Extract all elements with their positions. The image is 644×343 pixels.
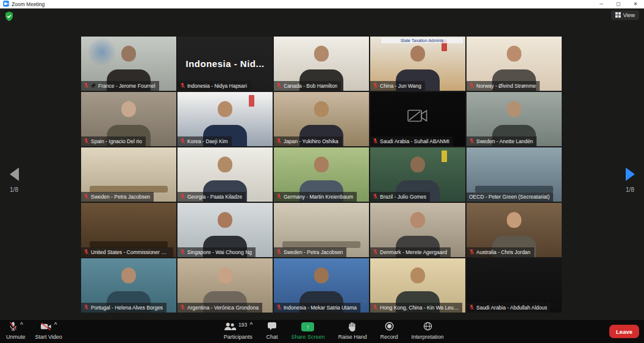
participant-name: Georgia - Paata Kiladze <box>187 194 242 200</box>
zoom-app-icon <box>3 1 9 8</box>
video-options-chevron[interactable]: ^ <box>54 322 57 327</box>
record-button[interactable]: Record <box>381 322 398 340</box>
participant-name-label: Brazil - Julio Gomes <box>370 192 430 202</box>
unmute-button[interactable]: ^ Unmute <box>6 322 26 340</box>
unmute-label: Unmute <box>6 334 26 340</box>
participant-name-label: Japan - Yukihiro Oshika <box>274 136 342 146</box>
participant-tile[interactable]: Saudi Arabia - Suhail ABANMI <box>370 92 465 146</box>
participant-tile[interactable]: Indonesia - Nid...Indonesia - Nidya Haps… <box>177 37 273 91</box>
person-head <box>314 157 329 172</box>
participant-tile[interactable]: Indonesia - Mekar Satria Utama <box>274 258 369 313</box>
share-screen-button[interactable]: ↑ Share Screen <box>291 322 324 340</box>
participant-name-label: OECD - Peter Green (Secreatariat) <box>467 193 553 202</box>
start-video-label: Start Video <box>35 334 62 340</box>
zoom-window: Zoom Meeting ─ ▢ ✕ View France - Jerome … <box>0 0 644 343</box>
person-head <box>410 46 425 62</box>
participant-tile[interactable]: Georgia - Paata Kiladze <box>177 147 273 202</box>
close-button[interactable]: ✕ <box>627 0 644 9</box>
leave-button[interactable]: Leave <box>609 325 639 338</box>
participant-tile[interactable]: Norway - Øivind Strømme <box>467 37 562 91</box>
participant-name-label: China - Jun Wang <box>370 81 425 91</box>
participant-tile[interactable]: Denmark - Merete Agergaard <box>370 203 465 257</box>
person-head <box>314 101 329 117</box>
participant-tile[interactable]: Canada - Bob Hamilton <box>274 37 369 91</box>
next-page-arrow-icon[interactable] <box>626 168 635 181</box>
minimize-button[interactable]: ─ <box>593 0 610 9</box>
unmute-options-chevron[interactable]: ^ <box>20 322 23 327</box>
participant-tile[interactable]: France - Jerome Fournel <box>81 37 176 91</box>
muted-mic-icon <box>469 138 474 144</box>
participant-name: Saudi Arabia - Suhail ABANMI <box>380 138 449 144</box>
participants-icon <box>223 322 236 332</box>
title-bar: Zoom Meeting ─ ▢ ✕ <box>0 0 644 9</box>
participant-name-label: France - Jerome Fournel <box>81 81 159 91</box>
person-head <box>410 212 425 228</box>
participant-tile[interactable]: OECD - Peter Green (Secreatariat) <box>467 147 562 202</box>
muted-mic-icon <box>180 193 185 200</box>
participant-tile[interactable]: Germany - Martin Kreienbaum <box>274 147 369 202</box>
conference-table <box>475 186 553 193</box>
participant-name: Sweden - Petra Jacobsen <box>284 249 343 255</box>
participant-tile[interactable]: United States - Commissioner Rett... <box>81 203 176 257</box>
muted-mic-icon <box>373 82 378 89</box>
participant-tile[interactable]: Japan - Yukihiro Oshika <box>274 92 369 146</box>
participant-name: Norway - Øivind Strømme <box>476 83 536 89</box>
participant-name-label: Singapore - Wai Choong Ng <box>177 247 256 257</box>
participant-tile[interactable]: Spain - Ignacio Del rio <box>81 92 176 146</box>
participant-name: Portugal - Helena Alves Borges <box>91 305 163 311</box>
participant-tile[interactable]: Australia - Chris Jordan <box>467 203 562 257</box>
participant-tile[interactable]: Argentina - Verónica Grondona <box>177 258 273 313</box>
participant-name: Indonesia - Nidya Hapsari <box>187 83 247 89</box>
camera-off-icon <box>404 107 431 127</box>
chat-icon <box>267 322 277 332</box>
muted-mic-icon <box>373 249 378 255</box>
view-button[interactable]: View <box>611 10 639 20</box>
participants-options-chevron[interactable]: ^ <box>249 322 252 327</box>
participants-count: 193 <box>238 322 247 328</box>
interpretation-button[interactable]: Interpretation <box>412 322 444 340</box>
participant-tile[interactable]: Sweden - Anette Landén <box>467 92 562 146</box>
participant-name-label: Argentina - Verónica Grondona <box>177 303 262 313</box>
participant-name: Indonesia - Mekar Satria Utama <box>284 305 357 311</box>
background-art <box>86 38 118 66</box>
person-head <box>314 267 329 283</box>
muted-mic-icon <box>469 249 474 255</box>
raise-hand-button[interactable]: Raise Hand <box>338 322 367 340</box>
participant-name-label: Spain - Ignacio Del rio <box>81 136 146 146</box>
participant-name: Canada - Bob Hamilton <box>284 83 337 89</box>
toolbar: ^ Unmute ^ Start Video <box>0 320 644 343</box>
person-head <box>218 101 232 117</box>
participant-tile[interactable]: Hong Kong, China - Kin Wa Leung <box>370 258 465 313</box>
participant-name: Hong Kong, China - Kin Wa Leung <box>380 305 459 311</box>
person-head <box>218 267 232 283</box>
participant-name-label: Australia - Chris Jordan <box>467 247 534 257</box>
chat-button[interactable]: Chat <box>266 322 277 340</box>
start-video-button[interactable]: ^ Start Video <box>35 322 62 340</box>
person-head <box>507 212 521 228</box>
participant-tile[interactable]: Portugal - Helena Alves Borges <box>81 258 176 313</box>
participant-tile[interactable]: Sweden - Petra Jacobsen <box>81 147 176 202</box>
person-head <box>410 157 425 172</box>
participant-tile[interactable]: Singapore - Wai Choong Ng <box>177 203 273 257</box>
participant-name: France - Jerome Fournel <box>98 83 156 89</box>
participant-name-label: Indonesia - Nidya Hapsari <box>177 81 251 91</box>
security-shield-icon[interactable] <box>5 12 13 21</box>
participant-tile[interactable]: Korea - Daeji Kim <box>177 92 273 146</box>
next-page-control[interactable]: 1/8 <box>620 168 640 193</box>
prev-page-control[interactable]: 1/8 <box>4 168 24 193</box>
participant-tile[interactable]: Brazil - Julio Gomes <box>370 147 465 202</box>
person-head <box>314 46 329 62</box>
prev-page-arrow-icon[interactable] <box>10 168 19 181</box>
participant-name-label: Hong Kong, China - Kin Wa Leung <box>370 303 462 313</box>
participant-tile[interactable]: Sweden - Petra Jacobsen <box>274 203 369 257</box>
participant-name-label: Norway - Øivind Strømme <box>467 81 540 91</box>
participant-name-label: Portugal - Helena Alves Borges <box>81 303 166 313</box>
view-button-label: View <box>623 12 635 18</box>
person-head <box>121 267 136 283</box>
maximize-button[interactable]: ▢ <box>610 0 627 9</box>
participant-tile[interactable]: State Taxation AdminisChina - Jun Wang <box>370 37 465 91</box>
participant-name-label: Sweden - Petra Jacobsen <box>274 247 346 257</box>
participant-tile[interactable]: Saudi Arabia - Abdullah Aldous <box>467 258 562 313</box>
background-flag <box>249 95 254 107</box>
participants-button[interactable]: 193 ^ Participants <box>223 322 252 340</box>
